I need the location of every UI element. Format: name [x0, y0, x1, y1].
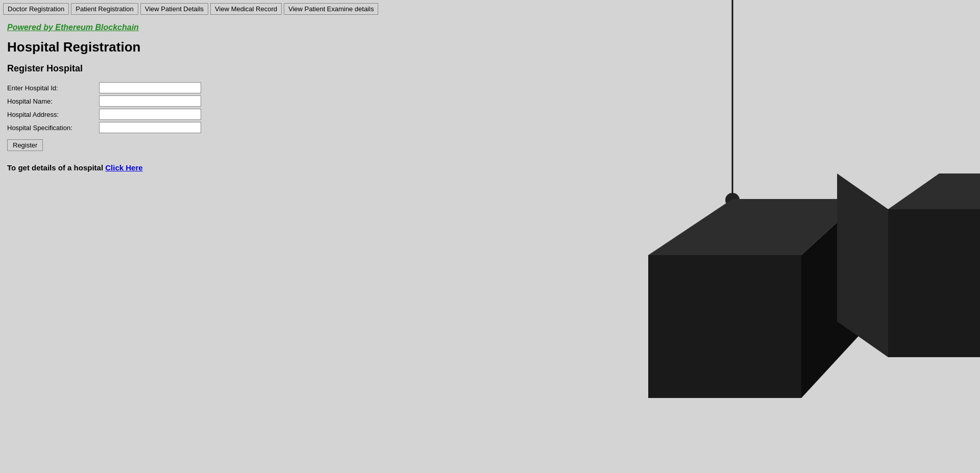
svg-point-1 [725, 193, 740, 207]
hospital-id-label: Enter Hospital Id: [7, 84, 99, 92]
hospital-name-row: Hospital Name: [7, 95, 973, 107]
svg-marker-2 [648, 255, 801, 398]
svg-marker-6 [888, 173, 980, 209]
view-patient-details-button[interactable]: View Patient Details [140, 3, 208, 15]
svg-marker-3 [648, 199, 863, 255]
hospital-id-row: Enter Hospital Id: [7, 82, 973, 93]
patient-registration-button[interactable]: Patient Registration [71, 3, 138, 15]
click-here-link[interactable]: Click Here [105, 163, 142, 172]
click-here-section: To get details of a hospital Click Here [7, 163, 973, 172]
click-here-text: To get details of a hospital [7, 163, 105, 172]
register-button[interactable]: Register [7, 139, 43, 151]
section-title: Register Hospital [7, 63, 973, 74]
hospital-address-row: Hospital Address: [7, 109, 973, 120]
view-patient-examine-button[interactable]: View Patient Examine details [284, 3, 378, 15]
page-title: Hospital Registration [7, 39, 973, 55]
hospital-address-label: Hospital Address: [7, 111, 99, 118]
hospital-form: Enter Hospital Id: Hospital Name: Hospit… [7, 82, 973, 151]
hospital-name-input[interactable] [99, 95, 201, 107]
powered-by-link[interactable]: Powered by Ethereum Blockchain [7, 23, 139, 32]
hospital-specification-row: Hospital Specification: [7, 122, 973, 133]
hospital-address-input[interactable] [99, 109, 201, 120]
main-content: Powered by Ethereum Blockchain Hospital … [0, 18, 980, 177]
navigation-bar: Doctor Registration Patient Registration… [0, 0, 980, 18]
svg-marker-7 [837, 173, 888, 357]
hospital-specification-label: Hospital Specification: [7, 124, 99, 132]
doctor-registration-button[interactable]: Doctor Registration [3, 3, 69, 15]
hospital-id-input[interactable] [99, 82, 201, 93]
svg-marker-5 [888, 209, 980, 357]
hospital-specification-input[interactable] [99, 122, 201, 133]
svg-marker-4 [801, 199, 863, 398]
hospital-name-label: Hospital Name: [7, 97, 99, 105]
view-medical-record-button[interactable]: View Medical Record [210, 3, 282, 15]
